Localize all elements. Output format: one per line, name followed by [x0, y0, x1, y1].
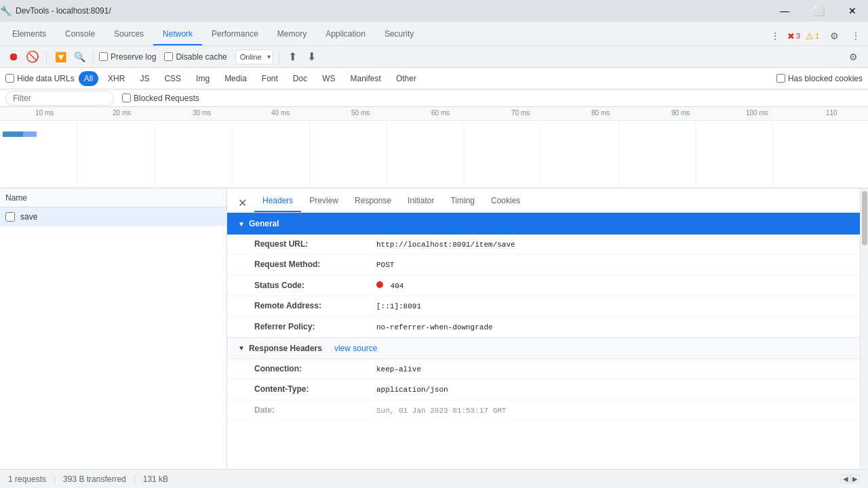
tab-console[interactable]: Console: [56, 24, 104, 45]
hide-data-checkbox[interactable]: [5, 74, 14, 83]
detail-tab-timing[interactable]: Timing: [442, 190, 483, 212]
detail-row-status: Status Code: 404: [227, 276, 860, 296]
ruler-mark-50: 50 ms: [351, 109, 370, 117]
status-bar-divider-2: [134, 474, 135, 484]
network-settings-button[interactable]: ⚙: [844, 47, 863, 66]
settings-button[interactable]: ⚙: [825, 26, 844, 45]
detail-tab-headers[interactable]: Headers: [254, 190, 301, 212]
status-resources: 131 kB: [143, 474, 168, 484]
tab-security[interactable]: Security: [375, 24, 423, 45]
filter-bar: Hide data URLs All XHR JS CSS Img Media …: [0, 68, 868, 89]
tab-sources[interactable]: Sources: [104, 24, 153, 45]
grid-line-3: [232, 121, 233, 188]
tab-network[interactable]: Network: [153, 24, 202, 45]
detail-tab-preview[interactable]: Preview: [301, 190, 347, 212]
status-requests: 1 requests: [8, 474, 46, 484]
main-area: Name save ✕ Headers Preview Response Ini…: [0, 188, 868, 487]
preserve-log-label[interactable]: Preserve log: [99, 52, 156, 62]
detail-val-connection: keep-alive: [376, 365, 421, 375]
close-detail-button[interactable]: ✕: [233, 193, 252, 212]
detail-row-date: Date: Sun, 01 Jan 2023 01:53:17 GMT: [227, 401, 860, 421]
disable-cache-label[interactable]: Disable cache: [164, 52, 226, 62]
timeline-bar-blue: [3, 131, 37, 137]
filter-type-ws[interactable]: WS: [317, 71, 340, 86]
hide-data-label[interactable]: Hide data URLs: [5, 74, 75, 83]
filter-type-font[interactable]: Font: [256, 71, 283, 86]
filter-input[interactable]: [5, 91, 114, 106]
general-section-header[interactable]: ▼ General: [227, 213, 860, 235]
grid-line-10: [773, 121, 774, 188]
preserve-log-checkbox[interactable]: [99, 52, 108, 61]
throttling-select[interactable]: Online: [235, 49, 273, 64]
import-button[interactable]: ⬆: [285, 49, 301, 65]
tab-memory[interactable]: Memory: [268, 24, 316, 45]
tab-performance[interactable]: Performance: [202, 24, 268, 45]
detail-tab-cookies[interactable]: Cookies: [483, 190, 528, 212]
clear-button[interactable]: 🚫: [24, 49, 41, 65]
response-headers-title: Response Headers: [249, 344, 322, 353]
filter-type-all[interactable]: All: [79, 71, 98, 86]
ruler-mark-100: 100 ms: [746, 109, 768, 117]
timeline-area: 10 ms 20 ms 30 ms 40 ms 50 ms 60 ms 70 m…: [0, 107, 868, 188]
scroll-right-arrow[interactable]: ▶: [850, 474, 860, 483]
response-arrow-icon: ▼: [238, 344, 245, 352]
customize-button[interactable]: ⋮: [846, 26, 865, 45]
general-section-title: General: [249, 219, 279, 228]
filter-type-doc[interactable]: Doc: [288, 71, 313, 86]
has-blocked-label[interactable]: Has blocked cookies: [776, 74, 863, 83]
filter-type-css[interactable]: CSS: [159, 71, 186, 86]
scroll-left-arrow[interactable]: ◀: [841, 474, 850, 483]
detail-row-connection: Connection: keep-alive: [227, 359, 860, 380]
more-tabs-button[interactable]: ⋮: [766, 26, 785, 45]
tab-application[interactable]: Application: [316, 24, 375, 45]
devtools-icon: 🔧: [0, 5, 12, 16]
detail-tab-initiator[interactable]: Initiator: [399, 190, 442, 212]
details-scrollbar[interactable]: [860, 188, 868, 487]
request-row-checkbox[interactable]: [5, 212, 15, 222]
detail-tabs: ✕ Headers Preview Response Initiator Tim…: [227, 188, 860, 213]
filter-button[interactable]: 🔽: [52, 49, 68, 65]
detail-row-url: Request URL: http://localhost:8091/item/…: [227, 235, 860, 255]
disable-cache-checkbox[interactable]: [164, 52, 173, 61]
minimize-button[interactable]: —: [769, 0, 800, 22]
response-headers-section-header[interactable]: ▼ Response Headers view source: [227, 338, 860, 359]
toolbar-divider-3: [279, 51, 279, 63]
detail-tab-response[interactable]: Response: [347, 190, 399, 212]
requests-header: Name: [0, 188, 226, 207]
record-button[interactable]: ⏺: [5, 49, 22, 65]
request-name: save: [20, 212, 37, 222]
grid-line-7: [541, 121, 542, 188]
filter-type-js[interactable]: JS: [134, 71, 155, 86]
filter-type-manifest[interactable]: Manifest: [345, 71, 387, 86]
detail-val-method: POST: [376, 260, 394, 270]
filter-type-img[interactable]: Img: [191, 71, 215, 86]
close-button[interactable]: ✕: [837, 0, 868, 22]
filter-type-media[interactable]: Media: [219, 71, 252, 86]
requests-panel: Name save: [0, 188, 227, 487]
filter-type-other[interactable]: Other: [391, 71, 422, 86]
tab-elements[interactable]: Elements: [3, 24, 56, 45]
network-toolbar: ⏺ 🚫 🔽 🔍 Preserve log Disable cache Onlin…: [0, 46, 868, 68]
filter-row2: Blocked Requests: [0, 89, 868, 107]
blocked-requests-checkbox[interactable]: [122, 94, 131, 102]
detail-row-referrer: Referrer Policy: no-referrer-when-downgr…: [227, 317, 860, 338]
export-button[interactable]: ⬇: [304, 49, 320, 65]
ruler-mark-40: 40 ms: [271, 109, 290, 117]
detail-val-referrer: no-referrer-when-downgrade: [376, 323, 493, 333]
blocked-requests-label[interactable]: Blocked Requests: [122, 94, 199, 103]
grid-line-8: [618, 121, 619, 188]
ruler-mark-60: 60 ms: [431, 109, 450, 117]
ruler-mark-20: 20 ms: [113, 109, 131, 117]
search-button[interactable]: 🔍: [71, 49, 87, 65]
request-row[interactable]: save: [0, 207, 226, 226]
detail-row-remote: Remote Address: [::1]:8091: [227, 296, 860, 317]
ruler-mark-10: 10 ms: [35, 109, 54, 117]
view-source-link[interactable]: view source: [334, 344, 377, 353]
detail-val-url: http://localhost:8091/item/save: [376, 240, 515, 250]
details-panel: ✕ Headers Preview Response Initiator Tim…: [227, 188, 860, 487]
has-blocked-checkbox[interactable]: [776, 74, 785, 83]
filter-type-xhr[interactable]: XHR: [102, 71, 130, 86]
general-arrow-icon: ▼: [238, 220, 245, 228]
maximize-button[interactable]: ⬜: [803, 0, 834, 22]
grid-line-1: [77, 121, 78, 188]
